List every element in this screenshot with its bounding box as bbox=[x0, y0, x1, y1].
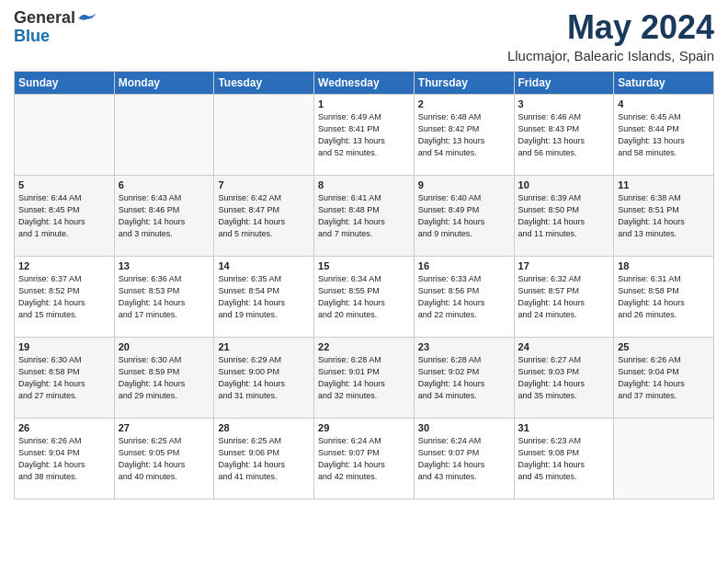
week-row-5: 26Sunrise: 6:26 AM Sunset: 9:04 PM Dayli… bbox=[15, 418, 714, 499]
col-header-friday: Friday bbox=[514, 71, 614, 94]
logo-blue: Blue bbox=[14, 28, 97, 46]
cell-info: Sunrise: 6:34 AM Sunset: 8:55 PM Dayligh… bbox=[318, 273, 410, 321]
day-number: 15 bbox=[318, 260, 410, 271]
calendar-cell bbox=[214, 94, 314, 175]
day-number: 6 bbox=[119, 179, 210, 190]
location-title: Llucmajor, Balearic Islands, Spain bbox=[507, 48, 714, 63]
cell-info: Sunrise: 6:26 AM Sunset: 9:04 PM Dayligh… bbox=[618, 354, 710, 402]
day-number: 23 bbox=[418, 341, 510, 352]
day-number: 11 bbox=[618, 179, 710, 190]
month-title: May 2024 bbox=[507, 9, 714, 46]
day-number: 27 bbox=[119, 422, 210, 433]
day-number: 13 bbox=[119, 260, 210, 271]
cell-info: Sunrise: 6:42 AM Sunset: 8:47 PM Dayligh… bbox=[218, 192, 310, 240]
calendar-cell: 25Sunrise: 6:26 AM Sunset: 9:04 PM Dayli… bbox=[614, 337, 714, 418]
calendar-cell: 7Sunrise: 6:42 AM Sunset: 8:47 PM Daylig… bbox=[214, 175, 314, 256]
cell-info: Sunrise: 6:25 AM Sunset: 9:05 PM Dayligh… bbox=[119, 435, 210, 483]
calendar-cell: 16Sunrise: 6:33 AM Sunset: 8:56 PM Dayli… bbox=[414, 256, 514, 337]
calendar-cell: 4Sunrise: 6:45 AM Sunset: 8:44 PM Daylig… bbox=[614, 94, 714, 175]
day-number: 21 bbox=[218, 341, 310, 352]
calendar-cell: 2Sunrise: 6:48 AM Sunset: 8:42 PM Daylig… bbox=[414, 94, 514, 175]
calendar-cell: 20Sunrise: 6:30 AM Sunset: 8:59 PM Dayli… bbox=[114, 337, 214, 418]
cell-info: Sunrise: 6:26 AM Sunset: 9:04 PM Dayligh… bbox=[18, 435, 110, 483]
calendar-cell: 10Sunrise: 6:39 AM Sunset: 8:50 PM Dayli… bbox=[514, 175, 614, 256]
cell-info: Sunrise: 6:48 AM Sunset: 8:42 PM Dayligh… bbox=[418, 111, 510, 159]
day-number: 14 bbox=[218, 260, 310, 271]
cell-info: Sunrise: 6:25 AM Sunset: 9:06 PM Dayligh… bbox=[218, 435, 310, 483]
calendar-cell: 28Sunrise: 6:25 AM Sunset: 9:06 PM Dayli… bbox=[214, 418, 314, 499]
calendar-cell: 18Sunrise: 6:31 AM Sunset: 8:58 PM Dayli… bbox=[614, 256, 714, 337]
day-number: 17 bbox=[518, 260, 610, 271]
col-header-saturday: Saturday bbox=[614, 71, 714, 94]
cell-info: Sunrise: 6:46 AM Sunset: 8:43 PM Dayligh… bbox=[518, 111, 610, 159]
calendar-cell: 1Sunrise: 6:49 AM Sunset: 8:41 PM Daylig… bbox=[314, 94, 415, 175]
cell-info: Sunrise: 6:43 AM Sunset: 8:46 PM Dayligh… bbox=[119, 192, 210, 240]
cell-info: Sunrise: 6:44 AM Sunset: 8:45 PM Dayligh… bbox=[18, 192, 110, 240]
day-number: 9 bbox=[418, 179, 510, 190]
cell-info: Sunrise: 6:31 AM Sunset: 8:58 PM Dayligh… bbox=[618, 273, 710, 321]
cell-info: Sunrise: 6:35 AM Sunset: 8:54 PM Dayligh… bbox=[218, 273, 310, 321]
day-number: 8 bbox=[318, 179, 410, 190]
day-number: 7 bbox=[218, 179, 310, 190]
calendar-cell: 19Sunrise: 6:30 AM Sunset: 8:58 PM Dayli… bbox=[15, 337, 115, 418]
calendar-cell: 11Sunrise: 6:38 AM Sunset: 8:51 PM Dayli… bbox=[614, 175, 714, 256]
day-number: 18 bbox=[618, 260, 710, 271]
cell-info: Sunrise: 6:49 AM Sunset: 8:41 PM Dayligh… bbox=[318, 111, 410, 159]
day-number: 20 bbox=[119, 341, 210, 352]
calendar-cell bbox=[614, 418, 714, 499]
day-number: 16 bbox=[418, 260, 510, 271]
calendar-cell: 8Sunrise: 6:41 AM Sunset: 8:48 PM Daylig… bbox=[314, 175, 415, 256]
cell-info: Sunrise: 6:41 AM Sunset: 8:48 PM Dayligh… bbox=[318, 192, 410, 240]
calendar-cell: 17Sunrise: 6:32 AM Sunset: 8:57 PM Dayli… bbox=[514, 256, 614, 337]
day-number: 30 bbox=[418, 422, 510, 433]
calendar-cell bbox=[15, 94, 115, 175]
calendar-cell bbox=[114, 94, 214, 175]
calendar-cell: 31Sunrise: 6:23 AM Sunset: 9:08 PM Dayli… bbox=[514, 418, 614, 499]
col-header-wednesday: Wednesday bbox=[314, 71, 415, 94]
cell-info: Sunrise: 6:39 AM Sunset: 8:50 PM Dayligh… bbox=[518, 192, 610, 240]
col-header-tuesday: Tuesday bbox=[214, 71, 314, 94]
day-number: 10 bbox=[518, 179, 610, 190]
header-row: SundayMondayTuesdayWednesdayThursdayFrid… bbox=[15, 71, 714, 94]
calendar-cell: 14Sunrise: 6:35 AM Sunset: 8:54 PM Dayli… bbox=[214, 256, 314, 337]
day-number: 2 bbox=[418, 98, 510, 109]
calendar-cell: 30Sunrise: 6:24 AM Sunset: 9:07 PM Dayli… bbox=[414, 418, 514, 499]
col-header-sunday: Sunday bbox=[15, 71, 115, 94]
cell-info: Sunrise: 6:30 AM Sunset: 8:58 PM Dayligh… bbox=[18, 354, 110, 402]
calendar-cell: 26Sunrise: 6:26 AM Sunset: 9:04 PM Dayli… bbox=[15, 418, 115, 499]
day-number: 5 bbox=[18, 179, 110, 190]
week-row-1: 1Sunrise: 6:49 AM Sunset: 8:41 PM Daylig… bbox=[15, 94, 714, 175]
logo-general: General bbox=[14, 9, 75, 28]
week-row-2: 5Sunrise: 6:44 AM Sunset: 8:45 PM Daylig… bbox=[15, 175, 714, 256]
title-block: May 2024 Llucmajor, Balearic Islands, Sp… bbox=[507, 9, 714, 63]
day-number: 19 bbox=[18, 341, 110, 352]
calendar-cell: 24Sunrise: 6:27 AM Sunset: 9:03 PM Dayli… bbox=[514, 337, 614, 418]
page-header: General Blue May 2024 Llucmajor, Baleari… bbox=[14, 9, 714, 63]
day-number: 4 bbox=[618, 98, 710, 109]
calendar-cell: 12Sunrise: 6:37 AM Sunset: 8:52 PM Dayli… bbox=[15, 256, 115, 337]
calendar-cell: 29Sunrise: 6:24 AM Sunset: 9:07 PM Dayli… bbox=[314, 418, 415, 499]
cell-info: Sunrise: 6:29 AM Sunset: 9:00 PM Dayligh… bbox=[218, 354, 310, 402]
day-number: 28 bbox=[218, 422, 310, 433]
day-number: 29 bbox=[318, 422, 410, 433]
col-header-monday: Monday bbox=[114, 71, 214, 94]
cell-info: Sunrise: 6:24 AM Sunset: 9:07 PM Dayligh… bbox=[418, 435, 510, 483]
day-number: 24 bbox=[518, 341, 610, 352]
calendar-cell: 27Sunrise: 6:25 AM Sunset: 9:05 PM Dayli… bbox=[114, 418, 214, 499]
day-number: 25 bbox=[618, 341, 710, 352]
week-row-3: 12Sunrise: 6:37 AM Sunset: 8:52 PM Dayli… bbox=[15, 256, 714, 337]
cell-info: Sunrise: 6:36 AM Sunset: 8:53 PM Dayligh… bbox=[119, 273, 210, 321]
cell-info: Sunrise: 6:28 AM Sunset: 9:01 PM Dayligh… bbox=[318, 354, 410, 402]
day-number: 3 bbox=[518, 98, 610, 109]
calendar-cell: 15Sunrise: 6:34 AM Sunset: 8:55 PM Dayli… bbox=[314, 256, 415, 337]
cell-info: Sunrise: 6:30 AM Sunset: 8:59 PM Dayligh… bbox=[119, 354, 210, 402]
day-number: 22 bbox=[318, 341, 410, 352]
week-row-4: 19Sunrise: 6:30 AM Sunset: 8:58 PM Dayli… bbox=[15, 337, 714, 418]
cell-info: Sunrise: 6:45 AM Sunset: 8:44 PM Dayligh… bbox=[618, 111, 710, 159]
logo: General Blue bbox=[14, 9, 97, 46]
cell-info: Sunrise: 6:33 AM Sunset: 8:56 PM Dayligh… bbox=[418, 273, 510, 321]
cell-info: Sunrise: 6:37 AM Sunset: 8:52 PM Dayligh… bbox=[18, 273, 110, 321]
col-header-thursday: Thursday bbox=[414, 71, 514, 94]
calendar-cell: 3Sunrise: 6:46 AM Sunset: 8:43 PM Daylig… bbox=[514, 94, 614, 175]
cell-info: Sunrise: 6:27 AM Sunset: 9:03 PM Dayligh… bbox=[518, 354, 610, 402]
